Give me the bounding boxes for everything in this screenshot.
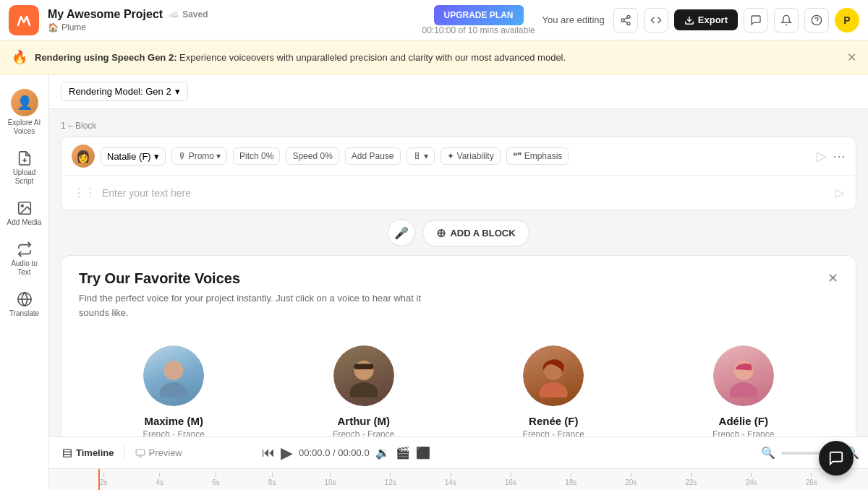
adelie-name: Adélie (F): [719, 415, 768, 427]
sidebar-item-translate[interactable]: Translate: [3, 285, 46, 324]
tab-timeline[interactable]: Timeline: [58, 447, 119, 458]
logo: [9, 5, 39, 35]
banner-close-button[interactable]: ✕: [847, 51, 856, 64]
subtitle-button[interactable]: ⬛: [416, 446, 430, 460]
sidebar-item-upload-script[interactable]: UploadScript: [3, 145, 46, 192]
chevron-down-icon: ▾: [175, 86, 180, 97]
ruler-mark: 10s: [324, 473, 336, 486]
block-more-button[interactable]: ⋯: [833, 148, 846, 164]
voice-panel-description: Find the perfect voice for your project …: [79, 291, 426, 319]
svg-point-21: [540, 382, 568, 397]
maxime-lang: French - France: [143, 429, 205, 437]
svg-point-2: [621, 19, 624, 22]
voice-name-dropdown[interactable]: Natalie (F) ▾: [101, 147, 166, 166]
chevron-down-icon: ▾: [424, 151, 428, 161]
timeline-bar: Timeline Preview ⏮ ▶ 00:00.0 / 00:00.0 🔉…: [49, 437, 868, 468]
svg-point-19: [349, 382, 378, 397]
svg-rect-0: [14, 11, 33, 30]
ruler-mark: 18s: [565, 473, 576, 486]
svg-point-23: [729, 382, 757, 397]
close-voice-panel-button[interactable]: ✕: [827, 270, 838, 286]
ruler-mark: 24s: [746, 473, 757, 486]
tab-preview[interactable]: Preview: [131, 447, 187, 458]
drag-handle[interactable]: ⋮⋮: [73, 186, 96, 199]
block-play-button[interactable]: ▷: [817, 148, 827, 164]
chat-button[interactable]: [819, 441, 854, 476]
voice-panel-title: Try Our Favorite Voices: [79, 270, 240, 287]
user-avatar[interactable]: P: [835, 8, 859, 33]
svg-line-4: [624, 21, 628, 23]
render-model-dropdown[interactable]: Rendering Model: Gen 2 ▾: [61, 82, 188, 101]
quote-icon: ❝❞: [513, 151, 522, 161]
ruler-mark: 4s: [156, 473, 164, 486]
renee-lang: French - France: [523, 429, 584, 437]
ruler-mark: 12s: [385, 473, 396, 486]
ruler-mark: 14s: [445, 473, 456, 486]
banner-text: Rendering using Speech Gen 2: Experience…: [35, 52, 840, 63]
tab-divider: [124, 445, 125, 461]
sidebar-item-add-media[interactable]: Add Media: [3, 194, 46, 233]
skip-back-button[interactable]: ⏮: [262, 445, 275, 460]
emphasis-button[interactable]: ❝❞ Emphasis: [506, 147, 569, 165]
ruler-mark: 20s: [625, 473, 637, 486]
speed-control[interactable]: Speed 0%: [286, 147, 339, 165]
chevron-down-icon: ▾: [154, 151, 159, 162]
add-pause-button[interactable]: Add Pause: [345, 147, 401, 165]
fire-icon: 🔥: [12, 49, 27, 65]
export-button[interactable]: Export: [674, 9, 738, 30]
play-button[interactable]: ▶: [281, 444, 293, 463]
microphone-icon: 🎙: [178, 151, 187, 161]
sidebar-item-explore-ai[interactable]: 👤 Explore AIVoices: [3, 83, 46, 142]
block-area: 1 – Block 👩 Natalie (F) ▾ 🎙 Promo ▾: [49, 109, 868, 437]
voice-card-maxime[interactable]: Maxime (M) French - France Select: [79, 331, 269, 437]
timeline-ruler: 2s4s6s8s10s12s14s16s18s20s22s24s26s: [49, 468, 868, 490]
plus-icon: ⊕: [436, 226, 446, 240]
voice-panel-header: Try Our Favorite Voices ✕: [79, 270, 838, 287]
mic-button[interactable]: 🎤: [388, 219, 415, 246]
camera-button[interactable]: 🎬: [396, 446, 410, 460]
add-block-row: 🎤 ⊕ ADD A BLOCK: [61, 210, 856, 255]
sidebar-item-audio-to-text[interactable]: Audio toText: [3, 236, 46, 283]
add-block-button[interactable]: ⊕ ADD A BLOCK: [422, 220, 529, 246]
block-header: 👩 Natalie (F) ▾ 🎙 Promo ▾ Pitch 0%: [61, 137, 856, 176]
pitch-control[interactable]: Pitch 0%: [233, 147, 280, 165]
renee-name: Renée (F): [529, 415, 578, 427]
variability-button[interactable]: ✦ Variability: [441, 147, 501, 165]
text-input[interactable]: Enter your text here: [102, 187, 830, 199]
ruler-mark: 22s: [685, 473, 697, 486]
banner-bold: Rendering using Speech Gen 2:: [35, 52, 176, 63]
voice-card-arthur[interactable]: Arthur (M) French - France Select: [269, 331, 459, 437]
upgrade-plan-button[interactable]: UPGRADE PLAN: [434, 5, 524, 25]
ruler-mark: 26s: [806, 473, 817, 486]
block-body: ⋮⋮ Enter your text here ▷: [61, 176, 856, 210]
inline-play-button[interactable]: ▷: [835, 186, 844, 199]
audio-settings-button[interactable]: 🎚 ▾: [407, 147, 435, 165]
maxime-avatar: [143, 345, 204, 406]
cloud-icon: ☁️: [169, 9, 179, 20]
svg-point-3: [627, 22, 630, 25]
banner-description: Experience voiceovers with unparalleled …: [179, 52, 566, 63]
style-dropdown[interactable]: 🎙 Promo ▾: [171, 147, 227, 165]
share-button[interactable]: [613, 8, 638, 33]
svg-rect-27: [136, 449, 145, 455]
toolbar-row: Rendering Model: Gen 2 ▾: [49, 74, 868, 109]
arthur-name: Arthur (M): [338, 415, 390, 427]
notifications-button[interactable]: [774, 8, 799, 33]
svg-line-5: [624, 17, 628, 20]
zoom-out-button[interactable]: 🔍: [761, 446, 775, 460]
help-button[interactable]: [804, 8, 829, 33]
voice-card-adelie[interactable]: Adélie (F) French - France Select: [649, 331, 839, 437]
renee-avatar: [523, 345, 584, 406]
voice-card-renee[interactable]: Renée (F) French - France Select: [459, 331, 649, 437]
code-button[interactable]: [644, 8, 668, 33]
svg-point-16: [160, 382, 188, 397]
content-area: Rendering Model: Gen 2 ▾ 1 – Block 👩 Nat…: [49, 74, 868, 490]
ruler-mark: 16s: [505, 473, 516, 486]
you-editing-label: You are editing: [542, 14, 605, 25]
adelie-lang: French - France: [712, 429, 774, 437]
messages-button[interactable]: [744, 8, 768, 33]
ruler-mark: 8s: [268, 473, 276, 486]
ruler-mark: 6s: [212, 473, 220, 486]
volume-button[interactable]: 🔉: [375, 446, 390, 460]
voice-cards: Maxime (M) French - France Select Arthur…: [79, 331, 838, 437]
